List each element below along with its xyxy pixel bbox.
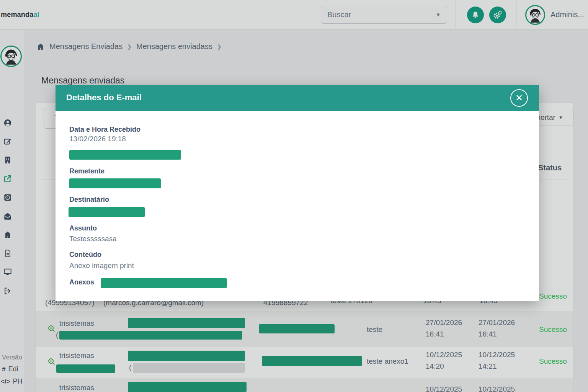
redacted-value-bar: [69, 150, 181, 160]
field-label-recipient: Destinatário: [69, 196, 109, 204]
field-label-subject: Assunto: [69, 224, 97, 232]
close-icon: ✕: [515, 93, 523, 103]
redacted-value-bar: [69, 178, 161, 188]
field-label-attachments: Anexos: [69, 278, 94, 286]
field-label-sender: Remetente: [69, 167, 105, 175]
field-label-content: Conteúdo: [69, 251, 101, 259]
field-value-subject: Testesssssasa: [69, 235, 117, 243]
field-label-received: Data e Hora Recebido: [69, 126, 140, 134]
close-button[interactable]: ✕: [510, 89, 528, 107]
modal-header: Detalhes do E-mail ✕: [56, 85, 539, 111]
field-value-received: 13/02/2026 19:18: [69, 135, 126, 143]
redacted-value-bar: [69, 207, 145, 217]
redacted-attachment-bar[interactable]: [101, 278, 227, 288]
app-window: memandaai Buscar ▼: [0, 0, 588, 392]
field-value-content: Anexo imagem print: [69, 261, 134, 270]
email-details-modal: Detalhes do E-mail ✕ Data e Hora Recebid…: [56, 85, 539, 301]
modal-title: Detalhes do E-mail: [66, 93, 142, 103]
